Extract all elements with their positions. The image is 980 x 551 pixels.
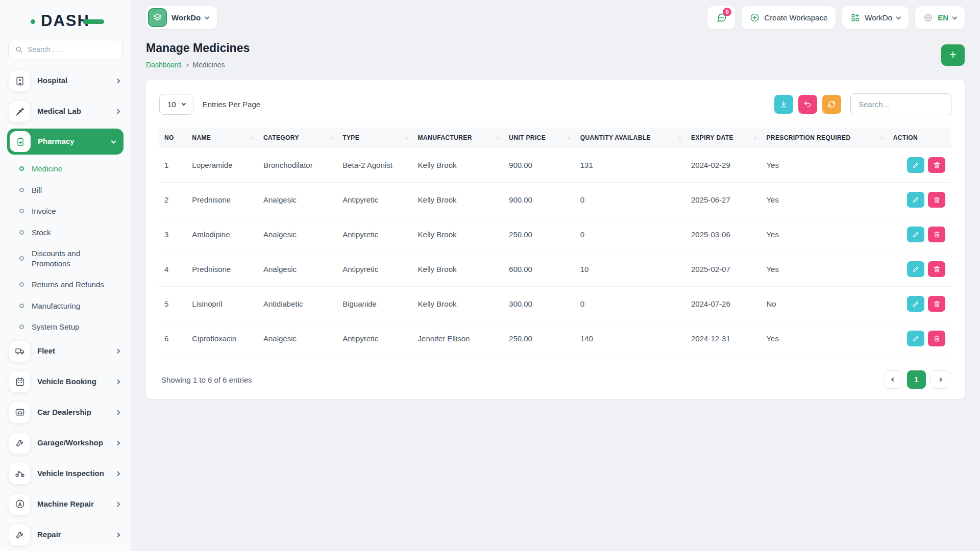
add-medicine-button[interactable]: + (941, 44, 965, 66)
edit-medicine-button[interactable] (907, 296, 924, 312)
bullet-circle-icon (19, 209, 24, 213)
workdo-menu-button[interactable]: WorkDo (842, 6, 909, 29)
sidebar-item-label: Repair (37, 530, 109, 540)
cell-no: 6 (159, 321, 187, 356)
delete-medicine-button[interactable] (928, 227, 945, 242)
column-header-name[interactable]: NAME↑↓ (187, 128, 258, 148)
trash-icon (933, 335, 941, 342)
trash-icon (933, 161, 941, 169)
sidebar-item-fleet[interactable]: Fleet (7, 338, 124, 365)
breadcrumb-dashboard-link[interactable]: Dashboard (146, 61, 181, 69)
column-header-manufacturer[interactable]: MANUFACTURER↑↓ (413, 128, 504, 148)
sort-icon: ↑↓ (678, 135, 681, 141)
cell-type: Antipyretic (337, 217, 412, 252)
column-header-quantity-available[interactable]: QUANTITY AVAILABLE↑↓ (575, 128, 686, 148)
cell-quantity: 0 (575, 287, 686, 321)
edit-medicine-button[interactable] (907, 157, 924, 173)
column-header-prescription-required[interactable]: PRESCRIPTION REQUIRED↑↓ (761, 128, 888, 148)
sidebar-subitem-invoice[interactable]: Invoice (7, 201, 124, 222)
sidebar-search-input[interactable] (28, 45, 116, 54)
sidebar-item-label: Pharmacy (38, 137, 105, 146)
sidebar-subitem-label: Bill (32, 185, 42, 195)
sidebar-item-car-dealership[interactable]: Car Dealership (7, 399, 124, 426)
chevron-down-icon (952, 14, 958, 19)
sidebar-subitem-medicine[interactable]: Medicine (7, 158, 124, 180)
trash-icon (933, 231, 941, 238)
sidebar-subitem-label: Medicine (32, 164, 62, 174)
edit-medicine-button[interactable] (907, 192, 924, 208)
delete-medicine-button[interactable] (928, 296, 945, 312)
sidebar-item-garage-workshop[interactable]: Garage/Workshop (7, 430, 124, 457)
refresh-icon (827, 100, 836, 109)
workspace-selector[interactable]: WorkDo (146, 6, 217, 29)
create-workspace-button[interactable]: Create Workspace (742, 6, 836, 29)
sidebar-item-vehicle-inspection[interactable]: Vehicle Inspection (7, 460, 124, 487)
edit-medicine-button[interactable] (907, 227, 924, 242)
dash-logo[interactable]: DASH (7, 7, 124, 35)
chevron-right-icon (938, 378, 942, 382)
cell-category: Analgesic (258, 217, 337, 252)
column-header-category[interactable]: CATEGORY↑↓ (258, 128, 337, 148)
pencil-icon (912, 265, 920, 273)
download-icon (779, 100, 788, 109)
next-page-button[interactable] (930, 370, 949, 389)
table-header-row: NONAME↑↓CATEGORY↑↓TYPE↑↓MANUFACTURER↑↓UN… (159, 128, 951, 148)
delete-medicine-button[interactable] (928, 192, 945, 208)
sidebar-subitem-returns-and-refunds[interactable]: Returns and Refunds (7, 274, 124, 295)
cell-type: Biguanide (337, 287, 412, 321)
sidebar-subitem-discounts-and-promotions[interactable]: Discounts and Promotions (7, 243, 124, 274)
cell-name: Prednisone (187, 183, 258, 217)
entries-per-page-select[interactable]: 10 (159, 94, 193, 115)
sidebar-subitem-bill[interactable]: Bill (7, 180, 124, 201)
wrench-icon (9, 433, 30, 454)
sidebar-item-repair[interactable]: Repair (7, 521, 124, 548)
globe-icon (923, 13, 933, 22)
language-selector[interactable]: EN (915, 6, 965, 29)
table-search-input[interactable] (850, 93, 951, 115)
column-header-expiry-date[interactable]: EXPIRY DATE↑↓ (686, 128, 761, 148)
cell-prescription: Yes (761, 321, 888, 356)
edit-medicine-button[interactable] (907, 331, 924, 346)
trash-icon (933, 196, 941, 204)
entries-per-page-label: Entries Per Page (203, 100, 260, 109)
sidebar-subitem-stock[interactable]: Stock (7, 222, 124, 243)
sidebar-item-hospital[interactable]: Hospital (7, 67, 124, 94)
page-number-button[interactable]: 1 (907, 370, 926, 389)
cell-action (888, 183, 951, 217)
column-header-unit-price[interactable]: UNIT PRICE↑↓ (504, 128, 575, 148)
breadcrumb: Dashboard Medicines (146, 61, 250, 69)
previous-page-button[interactable] (884, 370, 902, 389)
delete-medicine-button[interactable] (928, 261, 945, 277)
pencil-icon (912, 196, 920, 204)
pencil-icon (912, 161, 920, 169)
edit-medicine-button[interactable] (907, 261, 924, 277)
cell-quantity: 131 (575, 148, 686, 183)
sort-icon: ↑↓ (496, 135, 499, 141)
sidebar-item-medical-lab[interactable]: Medical Lab (7, 98, 124, 125)
cell-action (888, 217, 951, 252)
cell-category: Bronchodilator (258, 148, 337, 183)
refresh-button[interactable] (822, 95, 841, 114)
sidebar-subitem-system-setup[interactable]: System Setup (7, 316, 124, 338)
delete-medicine-button[interactable] (928, 157, 945, 173)
messages-button[interactable]: 0 (707, 6, 735, 29)
column-header-type[interactable]: TYPE↑↓ (337, 128, 412, 148)
sidebar-item-vehicle-booking[interactable]: Vehicle Booking (7, 368, 124, 395)
grid-plus-icon (850, 13, 860, 22)
cell-unit_price: 900.00 (504, 148, 575, 183)
sidebar-subitem-manufacturing[interactable]: Manufacturing (7, 295, 124, 317)
reset-undo-button[interactable] (798, 95, 817, 114)
export-download-button[interactable] (774, 95, 793, 114)
cell-action (888, 287, 951, 321)
chevron-down-icon (111, 138, 116, 143)
sidebar-item-machine-repair[interactable]: Machine Repair (7, 491, 124, 518)
cell-category: Analgesic (258, 321, 337, 356)
pharmacy-icon (10, 131, 31, 152)
logo-dot-accent (31, 19, 35, 24)
chevron-right-icon (185, 63, 188, 66)
delete-medicine-button[interactable] (928, 331, 945, 346)
column-header-action: ACTION (888, 128, 951, 148)
bullet-circle-icon (19, 324, 24, 329)
bullet-circle-icon (19, 256, 24, 261)
sidebar-item-pharmacy[interactable]: Pharmacy (7, 129, 124, 155)
